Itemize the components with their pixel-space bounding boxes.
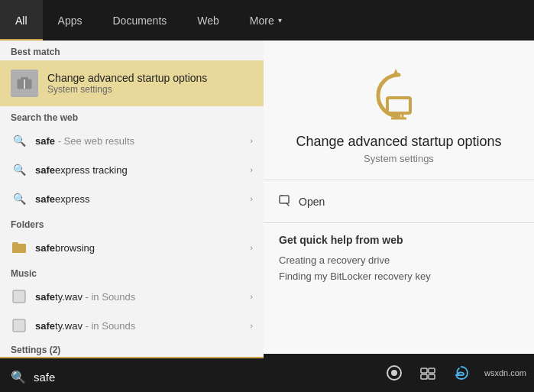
settings-label: Settings (2) [0, 340, 264, 357]
best-match-item[interactable]: Change advanced startup options System s… [0, 60, 264, 106]
svg-rect-1 [21, 77, 28, 79]
folder-safebrowsing[interactable]: safebrowsing › [0, 233, 264, 262]
web-result-safexpress-tracking-text: safeexpress tracking [35, 164, 250, 176]
svg-point-11 [391, 370, 397, 376]
hero-icon [368, 63, 429, 125]
tab-all[interactable]: All [0, 0, 43, 40]
chevron-right-icon-4: › [250, 243, 253, 252]
web-result-safexpress-tracking[interactable]: 🔍 safeexpress tracking › [0, 155, 264, 184]
search-bar-icon: 🔍 [11, 370, 26, 384]
tab-web-label: Web [197, 15, 219, 27]
taskbar-label: wsxdn.com [484, 368, 526, 377]
help-link-recovery-drive[interactable]: Creating a recovery drive [279, 252, 519, 268]
web-result-safexpress-text: safeexpress [35, 193, 250, 205]
hero-subtitle: System settings [364, 153, 434, 164]
tab-apps[interactable]: Apps [43, 0, 98, 40]
tab-apps-label: Apps [58, 15, 83, 27]
search-icon-2: 🔍 [11, 161, 28, 178]
help-link-bitlocker[interactable]: Finding my BitLocker recovery key [279, 268, 519, 284]
web-result-safe-text: safe - See web results [35, 135, 250, 147]
main-content: Best match Change advanced startup optio… [0, 40, 534, 392]
chevron-right-icon-6: › [250, 321, 253, 330]
music-safety-2[interactable]: safety.wav - in Sounds › [0, 311, 264, 340]
tab-web[interactable]: Web [182, 0, 235, 40]
right-actions: Open [264, 180, 534, 223]
svg-rect-5 [387, 98, 410, 113]
hero-title: Change advanced startup options [296, 134, 501, 150]
best-match-subtitle: System settings [47, 84, 207, 95]
open-icon [279, 194, 291, 209]
search-icon-3: 🔍 [11, 190, 28, 207]
right-help: Get quick help from web Creating a recov… [264, 223, 534, 295]
svg-rect-3 [13, 290, 25, 303]
search-web-label: Search the web [0, 106, 264, 126]
chevron-right-icon-3: › [250, 194, 253, 203]
best-match-title: Change advanced startup options [47, 72, 207, 84]
search-bar: 🔍 [0, 357, 264, 392]
music-label: Music [0, 262, 264, 282]
svg-rect-15 [429, 374, 435, 379]
svg-rect-9 [280, 196, 289, 203]
web-result-safe[interactable]: 🔍 safe - See web results › [0, 126, 264, 155]
chevron-right-icon-2: › [250, 165, 253, 174]
chevron-down-icon: ▾ [278, 16, 282, 24]
folders-label: Folders [0, 213, 264, 233]
music-safety-2-text: safety.wav - in Sounds [35, 320, 250, 332]
taskbar-icons: wsxdn.com [384, 362, 526, 384]
tab-documents[interactable]: Documents [97, 0, 182, 40]
chevron-right-icon: › [250, 136, 253, 145]
help-title: Get quick help from web [279, 234, 519, 246]
chevron-right-icon-5: › [250, 292, 253, 301]
music-icon-1 [11, 288, 28, 305]
task-view-icon[interactable] [417, 362, 439, 384]
tab-all-label: All [15, 15, 28, 27]
svg-rect-13 [429, 368, 435, 373]
tab-more-label: More [250, 15, 274, 27]
tab-documents-label: Documents [112, 15, 167, 27]
svg-rect-14 [421, 374, 427, 379]
folder-safebrowsing-text: safebrowsing [35, 242, 250, 254]
right-hero: Change advanced startup options System s… [264, 40, 534, 180]
tab-more[interactable]: More ▾ [235, 0, 297, 40]
open-label: Open [299, 196, 325, 208]
top-nav: All Apps Documents Web More ▾ [0, 0, 534, 40]
right-panel: Change advanced startup options System s… [264, 40, 534, 392]
best-match-label: Best match [0, 40, 264, 60]
folder-icon [11, 239, 28, 256]
open-action[interactable]: Open [279, 188, 519, 215]
best-match-text: Change advanced startup options System s… [47, 72, 207, 95]
edge-icon[interactable] [451, 362, 472, 384]
svg-rect-12 [421, 368, 427, 373]
left-panel: Best match Change advanced startup optio… [0, 40, 264, 392]
search-input[interactable] [34, 371, 253, 384]
music-safety-1-text: safety.wav - in Sounds [35, 291, 250, 303]
svg-rect-4 [13, 319, 25, 332]
taskbar: wsxdn.com [264, 354, 534, 392]
music-icon-2 [11, 317, 28, 334]
music-safety-1[interactable]: safety.wav - in Sounds › [0, 282, 264, 311]
search-icon: 🔍 [11, 132, 28, 149]
settings-icon [11, 70, 38, 97]
web-result-safexpress[interactable]: 🔍 safeexpress › [0, 184, 264, 213]
cortana-icon[interactable] [384, 362, 405, 384]
